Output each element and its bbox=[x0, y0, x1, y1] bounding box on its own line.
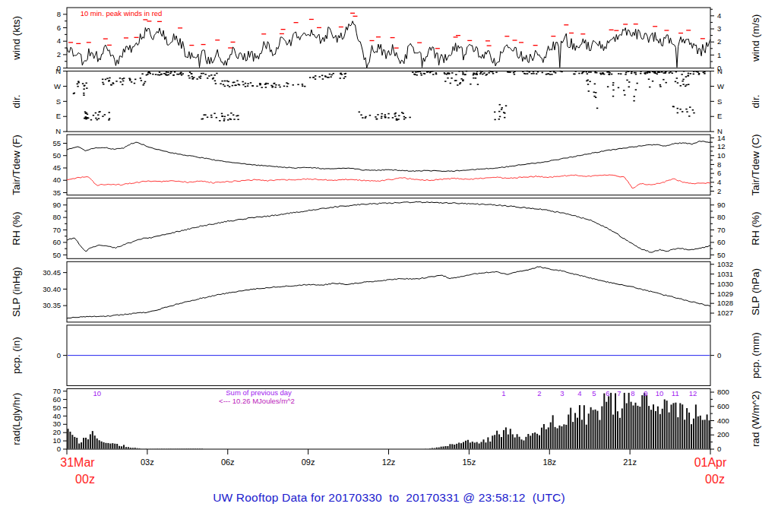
dir-dot bbox=[689, 106, 691, 108]
dir-dot bbox=[446, 74, 448, 75]
x-end-date: 01Apr bbox=[694, 456, 727, 469]
dir-dot bbox=[666, 82, 667, 84]
dir-dot bbox=[102, 79, 103, 81]
left-tick-label: 50 bbox=[52, 251, 61, 259]
dir-dot bbox=[448, 73, 450, 74]
dir-dot bbox=[245, 83, 246, 84]
axis-label-left-tair: Tair/Tdew (F) bbox=[11, 135, 22, 195]
dir-dot bbox=[166, 71, 167, 73]
dir-dot bbox=[221, 113, 223, 115]
dir-dot bbox=[595, 97, 596, 98]
dir-dot bbox=[444, 81, 446, 82]
rad-hour-marker: 2 bbox=[537, 389, 541, 397]
dir-dot bbox=[223, 120, 225, 122]
dir-dot bbox=[595, 92, 596, 93]
dir-dot bbox=[152, 74, 153, 75]
left-tick-label: 30.40 bbox=[43, 285, 61, 293]
dir-dot bbox=[360, 114, 362, 116]
dir-dot bbox=[498, 111, 500, 112]
dir-dot bbox=[426, 71, 428, 73]
dir-dot bbox=[647, 71, 649, 72]
dir-dot bbox=[384, 117, 386, 119]
dir-dot bbox=[546, 74, 547, 75]
dir-dot bbox=[417, 71, 419, 73]
dir-dot bbox=[77, 84, 78, 85]
slp_inhg-line bbox=[67, 267, 710, 318]
dir-dot bbox=[590, 71, 591, 73]
dir-dot bbox=[90, 119, 92, 121]
dir-dot bbox=[182, 73, 184, 74]
dir-dot bbox=[501, 109, 502, 110]
dir-dot bbox=[315, 75, 316, 77]
dir-dot bbox=[504, 112, 505, 114]
dir-dot bbox=[649, 87, 650, 88]
dir-dot bbox=[677, 82, 678, 84]
dir-dot bbox=[219, 120, 220, 122]
dir-dot bbox=[213, 74, 215, 76]
right-tick-label: 800 bbox=[717, 388, 729, 396]
dir-dot bbox=[97, 114, 99, 116]
right-tick-label: 8 bbox=[717, 160, 721, 169]
dir-dot bbox=[381, 113, 382, 115]
rh_pct-line bbox=[67, 201, 710, 252]
left-tick-label: 30.35 bbox=[43, 301, 61, 309]
dir-dot bbox=[274, 83, 275, 84]
right-tick-label: S bbox=[717, 97, 722, 106]
right-tick-label: 1029 bbox=[717, 290, 733, 298]
dir-dot bbox=[464, 74, 466, 76]
dir-dot bbox=[109, 78, 110, 79]
dir-dot bbox=[179, 73, 181, 74]
left-tick-label: 55 bbox=[52, 139, 61, 147]
dir-dot bbox=[524, 73, 526, 74]
dir-dot bbox=[690, 73, 691, 74]
dir-dot bbox=[216, 73, 217, 74]
left-tick-label: 70 bbox=[52, 226, 61, 234]
left-tick-label: 40 bbox=[52, 176, 61, 184]
dir-dot bbox=[196, 78, 198, 80]
dir-dot bbox=[85, 112, 87, 114]
dir-dot bbox=[683, 71, 685, 72]
dir-dot bbox=[223, 84, 224, 86]
dir-dot bbox=[232, 82, 234, 84]
dir-dot bbox=[233, 119, 235, 120]
dir-dot bbox=[140, 78, 141, 79]
dir-dot bbox=[548, 73, 549, 74]
left-tick-label: E bbox=[56, 112, 61, 120]
rad-hour-marker: 7 bbox=[617, 389, 621, 397]
dir-dot bbox=[603, 74, 605, 75]
right-tick-label: 1032 bbox=[717, 260, 733, 268]
dir-dot bbox=[659, 86, 661, 87]
dir-dot bbox=[533, 73, 534, 74]
dir-dot bbox=[611, 74, 612, 75]
dir-dot bbox=[635, 89, 637, 90]
dir-dot bbox=[395, 112, 397, 114]
dir-dot bbox=[321, 74, 323, 76]
dir-dot bbox=[631, 71, 632, 73]
dir-dot bbox=[494, 119, 495, 121]
dir-dot bbox=[169, 73, 171, 74]
dir-dot bbox=[635, 74, 637, 75]
x-tick-label: 03z bbox=[141, 458, 154, 467]
dir-dot bbox=[134, 79, 136, 81]
x-start-date: 31Mar bbox=[60, 456, 95, 469]
dir-dot bbox=[435, 74, 437, 75]
dir-dot bbox=[409, 117, 410, 119]
dir-dot bbox=[676, 78, 678, 79]
dir-dot bbox=[492, 73, 494, 74]
dir-dot bbox=[369, 115, 371, 116]
dir-dot bbox=[210, 117, 212, 119]
dir-dot bbox=[259, 84, 261, 86]
right-tick-label: 10 bbox=[717, 151, 726, 160]
dir-dot bbox=[589, 81, 590, 82]
dir-dot bbox=[688, 73, 689, 74]
dir-dot bbox=[77, 82, 79, 84]
dir-dot bbox=[669, 71, 671, 73]
dir-dot bbox=[551, 74, 552, 75]
dir-dot bbox=[623, 90, 625, 91]
dir-dot bbox=[477, 84, 479, 85]
dir-dot bbox=[451, 72, 453, 74]
dir-dot bbox=[238, 84, 239, 85]
left-tick-label: 80 bbox=[52, 213, 61, 221]
dir-dot bbox=[412, 71, 413, 73]
dir-dot bbox=[661, 71, 663, 73]
